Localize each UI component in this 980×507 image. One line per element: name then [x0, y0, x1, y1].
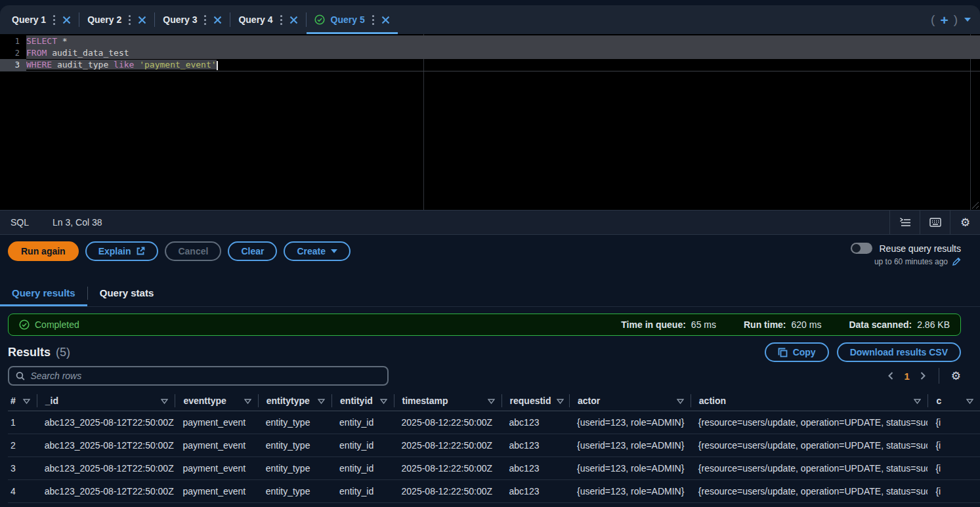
page-number-current[interactable]: 1 [904, 371, 909, 382]
column-header-timestamp[interactable]: timestamp [394, 394, 501, 407]
close-icon[interactable] [213, 16, 222, 24]
explain-button[interactable]: Explain [85, 241, 159, 261]
query-actions-row: Run again Explain Cancel Clear Create Re… [8, 241, 972, 272]
close-icon[interactable] [138, 16, 146, 24]
column-header-action[interactable]: action [691, 394, 928, 407]
clear-button[interactable]: Clear [228, 241, 277, 261]
sql-editor[interactable]: 123 SELECT *FROM audit_data_testWHERE au… [0, 34, 980, 210]
cell: abc123_2025-08-12T22:50:00Z [37, 463, 175, 474]
create-button[interactable]: Create [284, 241, 351, 261]
cell: 3 [8, 463, 37, 474]
tab-label: Query results [12, 287, 75, 298]
tab-query-stats[interactable]: Query stats [88, 279, 166, 306]
close-icon[interactable] [381, 16, 390, 24]
status-badge: Completed [35, 319, 79, 330]
filter-icon[interactable] [18, 395, 30, 406]
table-row[interactable]: 1abc123_2025-08-12T22:50:00Zpayment_even… [8, 411, 980, 434]
column-header-eventtype[interactable]: eventtype [175, 394, 257, 407]
run-again-button[interactable]: Run again [8, 241, 79, 261]
query-tab-4[interactable]: Query 4 [230, 5, 305, 34]
results-title: Results [8, 346, 51, 359]
column-label: timestamp [402, 395, 448, 406]
table-row[interactable]: 5abc123_2025-08-12T22:50:00Zpayment_even… [8, 503, 980, 507]
close-icon[interactable] [62, 16, 71, 24]
filter-icon[interactable] [961, 395, 973, 406]
kebab-menu-icon[interactable] [127, 14, 132, 26]
query-tab-1[interactable]: Query 1 [4, 5, 79, 34]
column-header-c[interactable]: c [927, 394, 980, 407]
explain-label: Explain [98, 246, 131, 256]
tab-query-results[interactable]: Query results [0, 279, 87, 306]
column-header-requestid[interactable]: requestid [501, 394, 569, 407]
table-row[interactable]: 4abc123_2025-08-12T22:50:00Zpayment_even… [8, 480, 980, 503]
filter-icon[interactable] [482, 395, 495, 406]
cell: {userid=123, role=ADMIN} [569, 417, 691, 428]
cell: payment_event [175, 417, 257, 428]
column-header-actor[interactable]: actor [569, 394, 691, 407]
cancel-button[interactable]: Cancel [165, 241, 221, 261]
edit-pencil-icon[interactable] [952, 257, 961, 266]
cell: entity_type [258, 486, 331, 497]
reuse-toggle[interactable] [851, 243, 872, 254]
plus-icon[interactable]: + [937, 13, 950, 27]
column-header-entityid[interactable]: entityid [331, 394, 393, 407]
cell: {userid=123, role=ADMIN} [569, 440, 691, 451]
results-table: #_ideventtypeentitytypeentityidtimestamp… [8, 391, 980, 507]
close-icon[interactable] [289, 16, 298, 24]
reuse-query-results: Reuse query results up to 60 minutes ago [851, 243, 961, 266]
copy-icon [778, 348, 788, 357]
query-tab-label: Query 2 [87, 14, 121, 25]
cell: {userid=123, role=ADMIN} [569, 486, 691, 497]
table-row[interactable]: 2abc123_2025-08-12T22:50:00Zpayment_even… [8, 434, 980, 457]
results-header: Results (5) Copy Download results CSV [8, 342, 961, 362]
filter-icon[interactable] [671, 395, 684, 406]
search-rows-input[interactable] [30, 371, 381, 381]
cell: 4 [8, 486, 37, 497]
active-line-border [0, 71, 980, 71]
chevron-right-icon[interactable] [919, 371, 927, 380]
copy-button[interactable]: Copy [765, 342, 829, 362]
column-header-_id[interactable]: _id [37, 394, 175, 407]
table-row[interactable]: 3abc123_2025-08-12T22:50:00Zpayment_even… [8, 457, 980, 480]
cell: entity_id [331, 463, 393, 474]
filter-icon[interactable] [375, 395, 387, 406]
cell: 2 [8, 440, 37, 451]
filter-icon[interactable] [156, 395, 168, 406]
filter-icon[interactable] [239, 395, 251, 406]
kebab-menu-icon[interactable] [371, 14, 375, 26]
results-tab-bar: Query results Query stats [0, 279, 980, 307]
gear-icon[interactable]: ⚙ [951, 371, 961, 382]
code-line: WHERE audit_type like 'payment_event' [26, 59, 980, 71]
kebab-menu-icon[interactable] [279, 14, 284, 26]
editor-status-bar: SQL Ln 3, Col 38 ⚙ [0, 210, 980, 235]
cell: entity_type [258, 463, 331, 474]
query-tab-2[interactable]: Query 2 [79, 5, 154, 34]
filter-icon[interactable] [551, 395, 564, 406]
results-count: (5) [56, 346, 70, 359]
reuse-detail-text: up to 60 minutes ago [874, 257, 948, 266]
cell: payment_event [175, 486, 257, 497]
chevron-left-icon[interactable] [887, 371, 895, 380]
query-tab-5-active[interactable]: Query 5 [307, 5, 398, 34]
column-label: actor [578, 395, 600, 406]
keyboard-icon[interactable] [920, 211, 950, 234]
reuse-label: Reuse query results [879, 243, 961, 254]
format-query-icon[interactable] [889, 211, 920, 234]
kebab-menu-icon[interactable] [203, 14, 207, 26]
create-label: Create [297, 246, 326, 256]
gear-icon[interactable]: ⚙ [950, 211, 980, 234]
query-tab-3[interactable]: Query 3 [155, 5, 230, 34]
download-results-csv-button[interactable]: Download results CSV [837, 342, 961, 362]
column-label: action [699, 395, 726, 406]
column-header-row-number[interactable]: # [8, 394, 37, 407]
column-header-entitytype[interactable]: entitytype [258, 394, 331, 407]
kebab-menu-icon[interactable] [52, 14, 56, 26]
query-tab-label: Query 1 [12, 14, 46, 25]
editor-resize-handle[interactable] [970, 200, 979, 209]
filter-icon[interactable] [312, 395, 325, 406]
check-circle-icon [314, 14, 325, 25]
caret-down-icon[interactable] [964, 18, 971, 22]
cursor-position: Ln 3, Col 38 [29, 217, 102, 228]
filter-icon[interactable] [908, 395, 921, 406]
query-status-banner: Completed Time in queue:65 ms Run time:6… [8, 314, 961, 336]
